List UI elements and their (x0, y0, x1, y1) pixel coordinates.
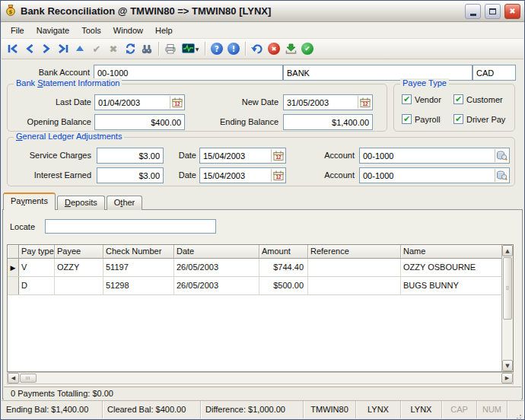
confirm-icon[interactable]: ✔ (88, 40, 105, 57)
gl-adjustments-title: General Ledger Adjustments (14, 132, 124, 141)
dropdown-arrow-icon: ▼ (196, 46, 199, 52)
payments-summary: 0 Payments Totalling: $0.00 (4, 387, 521, 399)
cell-name: OZZY OSBOURNE (401, 259, 501, 276)
tab-strip: Payments Deposits Other (3, 192, 144, 210)
row-selector-cell[interactable] (8, 277, 19, 294)
vertical-scroll-thumb[interactable] (503, 257, 512, 320)
binoculars-icon[interactable] (138, 40, 155, 57)
last-date-field[interactable]: 12 (94, 94, 185, 110)
service-charges-account-field[interactable] (359, 148, 510, 164)
gl-adjustments-groupbox: General Ledger Adjustments Service Charg… (7, 137, 515, 186)
payments-tab-panel: Locate Pay type Payee Check Number Date … (2, 209, 523, 399)
app-window: $ Bank Reconciliation @ TMWIN80 => TMWIN… (0, 0, 525, 420)
undo-icon[interactable] (249, 40, 266, 57)
new-date-label: New Date (201, 94, 278, 110)
calendar-icon[interactable]: 12 (271, 169, 285, 182)
svg-text:12: 12 (362, 101, 368, 107)
toolbar-separator (158, 42, 159, 56)
monitor-dropdown-button[interactable]: ▼ (179, 40, 202, 57)
menu-help[interactable]: Help (149, 24, 179, 37)
refresh-icon[interactable] (122, 40, 138, 57)
service-charges-date-field[interactable]: 12 (199, 148, 286, 164)
opening-balance-field[interactable] (94, 114, 185, 130)
interest-earned-label: Interest Earned (8, 167, 91, 183)
tab-deposits[interactable]: Deposits (57, 196, 105, 210)
col-amount[interactable]: Amount (259, 245, 308, 258)
nav-next-icon[interactable] (38, 40, 55, 57)
status-bar: Ending Bal: $1,400.00 Cleared Bal: $400.… (2, 400, 523, 418)
bank-statement-title: Bank Statement Information (14, 78, 122, 88)
col-reference[interactable]: Reference (308, 245, 401, 258)
toolbar-separator (205, 42, 205, 56)
account-lookup-icon[interactable] (495, 169, 508, 182)
svg-text:12: 12 (174, 101, 180, 107)
grid-row[interactable]: ▶ V OZZY 51197 26/05/2003 $744.40 OZZY O… (8, 259, 513, 277)
status-server: TMWIN80 (304, 401, 356, 418)
money-bag-icon: $ (5, 4, 17, 18)
cancel-icon[interactable]: ✖ (105, 40, 122, 57)
col-check-number[interactable]: Check Number (103, 245, 174, 258)
ok-icon[interactable]: ✔ (299, 40, 316, 57)
vertical-scrollbar[interactable]: ▲ ▼ (501, 245, 513, 371)
ending-balance-label: Ending Balance (201, 114, 278, 130)
cell-payee: OZZY (55, 259, 103, 276)
close-button[interactable]: ✖ (504, 4, 520, 19)
tab-other[interactable]: Other (107, 196, 143, 210)
scroll-down-icon[interactable]: ▼ (502, 360, 513, 371)
calendar-icon[interactable]: 12 (271, 149, 285, 162)
print-icon[interactable] (162, 40, 179, 57)
up-arrow-icon[interactable] (72, 40, 88, 57)
status-caps-lock: CAP (442, 401, 477, 418)
interest-earned-amount-field[interactable] (97, 167, 164, 183)
cell-pay-type: D (19, 277, 55, 294)
import-icon[interactable] (282, 40, 299, 57)
menu-file[interactable]: File (5, 24, 30, 37)
col-name[interactable]: Name (401, 245, 501, 258)
col-date[interactable]: Date (174, 245, 259, 258)
cell-payee (55, 277, 103, 294)
bank-account-currency-field[interactable] (473, 65, 516, 81)
nav-prev-icon[interactable] (21, 40, 38, 57)
calendar-icon[interactable]: 12 (170, 96, 183, 109)
scroll-left-icon[interactable]: ◀ (8, 373, 19, 383)
tab-payments[interactable]: Payments (3, 192, 56, 210)
status-difference: Difference: $1,000.00 (201, 401, 304, 418)
resize-grip[interactable] (508, 401, 523, 418)
ending-balance-field[interactable] (283, 114, 373, 130)
col-pay-type[interactable]: Pay type (19, 245, 55, 258)
interest-earned-date-field[interactable]: 12 (199, 167, 286, 183)
minimize-button[interactable] (465, 4, 481, 19)
scroll-right-icon[interactable]: ▶ (501, 373, 513, 383)
vendor-checkbox[interactable] (402, 94, 412, 104)
interest-earned-account-field[interactable] (359, 167, 510, 183)
info-icon[interactable]: ! (225, 40, 242, 57)
menu-tools[interactable]: Tools (75, 24, 107, 37)
payroll-checkbox[interactable] (402, 114, 412, 124)
horizontal-scrollbar[interactable]: ◀ ▶ (7, 372, 514, 384)
scroll-up-icon[interactable]: ▲ (502, 245, 513, 256)
customer-checkbox[interactable] (453, 94, 463, 104)
menu-bar: File Navigate Tools Window Help (2, 22, 523, 39)
nav-last-icon[interactable] (55, 40, 72, 57)
locate-input[interactable] (45, 219, 216, 234)
window-title: Bank Reconciliation @ TMWIN80 => TMWIN80… (21, 5, 461, 17)
new-date-field[interactable]: 12 (283, 94, 373, 110)
grid-row[interactable]: D 51298 26/05/2003 $500.00 BUGS BUNNY (8, 277, 513, 295)
service-charges-amount-field[interactable] (97, 148, 164, 164)
account-lookup-icon[interactable] (495, 149, 508, 162)
help-icon[interactable]: ? (208, 40, 225, 57)
cell-check-number: 51197 (103, 259, 174, 276)
col-payee[interactable]: Payee (55, 245, 103, 258)
cell-amount: $744.40 (259, 259, 308, 276)
opening-balance-label: Opening Balance (14, 114, 91, 130)
driver-pay-checkbox[interactable] (453, 114, 463, 124)
horizontal-scroll-thumb[interactable] (20, 374, 37, 383)
calendar-icon[interactable]: 12 (358, 96, 371, 109)
nav-first-icon[interactable] (5, 40, 21, 57)
row-selector-cell[interactable]: ▶ (8, 259, 19, 276)
cell-amount: $500.00 (259, 277, 308, 294)
menu-navigate[interactable]: Navigate (30, 24, 75, 37)
abort-icon[interactable]: ✖ (266, 40, 282, 57)
menu-window[interactable]: Window (107, 24, 149, 37)
maximize-button[interactable] (485, 4, 501, 19)
